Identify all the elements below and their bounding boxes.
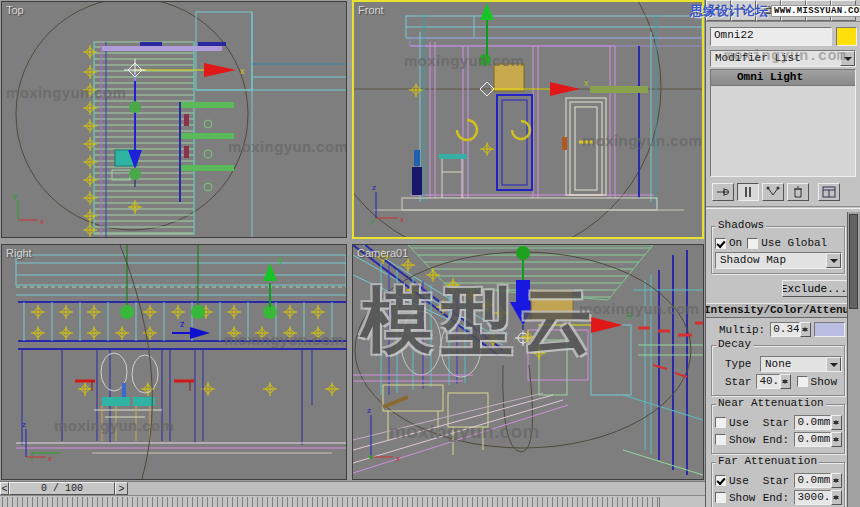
shadow-type-value: Shadow Map: [720, 254, 786, 266]
decay-start-label: Star: [725, 376, 751, 388]
near-start-label: Star: [763, 417, 790, 429]
make-unique-icon: [765, 185, 781, 199]
shadows-on-checkbox[interactable]: [715, 238, 726, 249]
far-end-field[interactable]: 3000.0mm: [794, 490, 831, 505]
3dsmax-window: x x y Top moxingyun.com moxingyun.com: [0, 0, 860, 507]
viewport-front-scene: x z: [354, 2, 702, 237]
decay-group: Decay Type None Star 40.0mm Show: [711, 345, 845, 396]
near-start-field[interactable]: 0.0mm: [794, 415, 831, 430]
multiplier-color-swatch[interactable]: [814, 322, 845, 337]
intensity-rollout-header[interactable]: Intensity/Color/Attenuation: [706, 303, 847, 318]
svg-text:y: y: [13, 191, 17, 200]
previous-frame-button[interactable]: <: [0, 482, 9, 495]
near-use-checkbox[interactable]: [715, 417, 726, 428]
near-use-label: Use: [729, 417, 758, 429]
forum-watermark-cn: 思缘设计论坛: [690, 2, 768, 20]
chevron-down-icon[interactable]: [826, 357, 841, 372]
svg-text:z: z: [180, 319, 185, 329]
move-gizmo[interactable]: y z: [172, 255, 283, 339]
svg-text:x: x: [400, 215, 404, 224]
viewport-right[interactable]: y z: [1, 244, 347, 480]
rollout-area: Shadows On Use Global Shadow Map Exclude…: [706, 212, 847, 507]
time-slider[interactable]: 0 / 100: [9, 482, 115, 495]
svg-text:y: y: [278, 255, 283, 265]
near-show-checkbox[interactable]: [715, 434, 726, 445]
viewport-top-scene: x x y: [2, 2, 346, 237]
svg-text:x: x: [48, 454, 52, 463]
far-attenuation-title: Far Attenuation: [716, 455, 819, 467]
make-unique-button[interactable]: [762, 183, 784, 201]
decay-start-spinner[interactable]: [780, 374, 791, 389]
ceiling-structure: [16, 255, 346, 295]
near-show-label: Show: [729, 434, 758, 446]
watermark: moxingyun.com: [724, 48, 846, 65]
near-start-spinner[interactable]: [831, 415, 842, 430]
viewport-top-label[interactable]: Top: [6, 4, 24, 16]
multiplier-row: Multip: 0.34: [719, 322, 845, 337]
stack-item-omni-light[interactable]: Omni Light: [711, 70, 855, 86]
object-name-input[interactable]: Omni22: [710, 27, 832, 46]
red-fixtures: [638, 323, 703, 377]
show-end-result-button[interactable]: [737, 183, 759, 201]
viewport-right-label[interactable]: Right: [6, 247, 32, 259]
svg-text:z: z: [372, 183, 376, 192]
panel-scrollbar-thumb[interactable]: [849, 214, 858, 309]
next-frame-button[interactable]: >: [115, 482, 128, 495]
modifier-stack[interactable]: Omni Light: [710, 69, 856, 177]
multiplier-label: Multip:: [719, 324, 765, 336]
decay-group-title: Decay: [716, 338, 753, 350]
time-slider-track[interactable]: < 0 / 100 >: [0, 481, 705, 495]
multiplier-spinner[interactable]: [800, 322, 811, 337]
viewport-right-scene: y z: [2, 245, 346, 479]
far-end-spinner[interactable]: [831, 490, 842, 505]
chevron-down-icon[interactable]: [826, 253, 841, 268]
near-attenuation-group: Near Attenuation Use Star 0.0mm Show End…: [711, 404, 845, 454]
stack-toolbar: [706, 179, 860, 203]
floor-lines: [16, 443, 346, 461]
svg-text:x: x: [584, 78, 589, 88]
watermark: moxingyun.com: [389, 421, 540, 443]
viewport-front[interactable]: x z: [352, 0, 704, 239]
far-start-spinner[interactable]: [831, 473, 842, 488]
pin-stack-button[interactable]: [712, 183, 734, 201]
multiplier-field[interactable]: 0.34: [770, 322, 800, 337]
svg-text:x: x: [396, 454, 400, 463]
configure-sets-icon: [821, 185, 837, 199]
near-end-spinner[interactable]: [831, 432, 842, 447]
decay-type-dropdown[interactable]: None: [760, 356, 842, 372]
far-show-label: Show: [729, 492, 758, 504]
decay-start-field[interactable]: 40.0mm: [756, 374, 779, 389]
watermark: moxingyun.com: [404, 52, 524, 69]
watermark: moxingyun.com: [224, 331, 344, 348]
viewport-camera-label[interactable]: Camera01: [357, 247, 408, 259]
axis-tripod: z x: [22, 420, 52, 463]
far-show-checkbox[interactable]: [715, 492, 726, 503]
svg-text:x: x: [240, 66, 245, 76]
track-bar[interactable]: [0, 495, 705, 507]
viewport-top[interactable]: x x y Top moxingyun.com moxingyun.com: [1, 1, 347, 238]
remove-modifier-button[interactable]: [787, 183, 809, 201]
use-global-checkbox[interactable]: [747, 238, 758, 249]
axis-tripod: x y: [13, 191, 44, 226]
far-use-checkbox[interactable]: [715, 475, 726, 486]
watermark: moxingyun.com: [582, 132, 702, 149]
exclude-button[interactable]: Exclude...: [782, 280, 847, 297]
decay-show-label: Show: [811, 376, 837, 388]
panel-divider: [706, 206, 860, 209]
decay-show-checkbox[interactable]: [797, 376, 808, 387]
svg-text:z: z: [22, 420, 26, 429]
watermark-big: 模型云: [361, 273, 601, 369]
light-drop-lines: [120, 245, 277, 319]
shadow-type-dropdown[interactable]: Shadow Map: [715, 252, 842, 269]
track-bar-ticks: [2, 497, 660, 507]
light-color-swatch[interactable]: [836, 27, 857, 46]
near-end-field[interactable]: 0.0mm: [794, 432, 831, 447]
command-panel: ↖ ∿ ⧉ ◉ ▣ T 思缘设计论坛 WWW.MISSYUAN.COM Omni…: [705, 0, 860, 507]
viewport-camera[interactable]: z: [352, 244, 704, 480]
panel-scrollbar[interactable]: [847, 212, 860, 507]
viewport-front-label[interactable]: Front: [358, 4, 384, 16]
configure-modifier-sets-button[interactable]: [818, 183, 840, 201]
far-start-field[interactable]: 0.0mm: [794, 473, 831, 488]
watermark: moxingyun.com: [579, 300, 699, 317]
command-panel-tabs: ↖ ∿ ⧉ ◉ ▣ T 思缘设计论坛 WWW.MISSYUAN.COM: [706, 0, 860, 22]
